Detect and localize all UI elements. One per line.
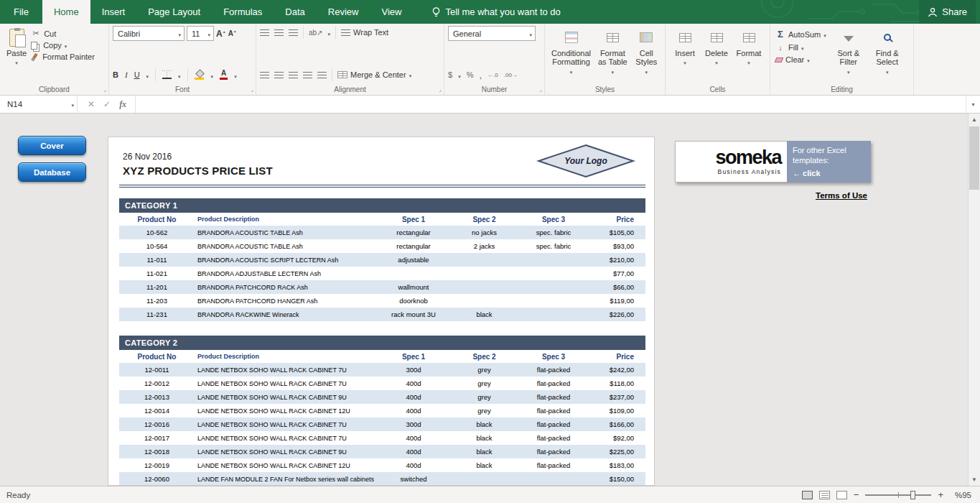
font-size-select[interactable]: 11	[187, 26, 214, 41]
font-color-button[interactable]: A	[220, 70, 228, 80]
comma-style-button[interactable]: ,	[479, 70, 482, 80]
format-painter-icon	[32, 52, 38, 60]
page-break-view-button[interactable]	[836, 491, 847, 499]
delete-cells-button[interactable]: Delete	[701, 26, 732, 83]
font-name-select[interactable]: Calibri	[113, 26, 185, 41]
orientation-button[interactable]: ab↗	[309, 29, 323, 37]
normal-view-button[interactable]	[802, 491, 813, 499]
wrap-text-button[interactable]: Wrap Text	[341, 28, 388, 37]
tab-page-layout[interactable]: Page Layout	[136, 0, 212, 24]
paste-button[interactable]: Paste	[4, 26, 29, 83]
shrink-font-button[interactable]: A	[228, 29, 237, 37]
decrease-decimal-button[interactable]: .00→	[504, 72, 518, 78]
number-dialog-launcher[interactable]: ⌟	[539, 87, 542, 93]
table-row[interactable]: 11-231BRANDORA RACKWINE Winerackrack mou…	[119, 308, 645, 321]
accounting-format-button[interactable]: $	[448, 70, 452, 79]
scroll-up-arrow[interactable]: ▲	[969, 116, 980, 123]
tab-file[interactable]: File	[0, 0, 42, 24]
insert-function-button[interactable]: fx	[119, 99, 126, 110]
bold-button[interactable]: B	[113, 70, 118, 79]
cover-sheet-button[interactable]: Cover	[18, 136, 86, 155]
table-cell: grey	[449, 366, 519, 374]
formula-bar-expand-button[interactable]: ▾	[966, 96, 980, 113]
zoom-in-button[interactable]: +	[938, 489, 943, 500]
paste-dropdown[interactable]	[15, 57, 18, 66]
table-row[interactable]: 11-021BRANDORA ADJUSTABLE LECTERN Ash$77…	[119, 267, 645, 280]
clipboard-dialog-launcher[interactable]: ⌟	[103, 87, 106, 93]
name-box[interactable]: N14	[0, 96, 78, 113]
borders-button[interactable]	[162, 70, 172, 79]
decrease-indent-button[interactable]	[303, 72, 312, 78]
underline-button[interactable]: U	[134, 70, 140, 79]
vertical-scrollbar[interactable]: ▲ ▼	[968, 114, 980, 486]
table-row[interactable]: 10-562BRANDORA ACOUSTIC TABLE Ashrectang…	[119, 226, 645, 239]
find-select-button[interactable]: Find & Select	[869, 26, 905, 83]
clear-button[interactable]: Clear	[775, 55, 826, 64]
table-row[interactable]: 12-0011LANDE NETBOX SOHO WALL RACK CABIN…	[119, 363, 645, 377]
align-center-button[interactable]	[274, 72, 284, 78]
tab-view[interactable]: View	[370, 0, 413, 24]
grow-font-button[interactable]: A	[216, 29, 226, 39]
scroll-down-arrow[interactable]: ▼	[969, 476, 980, 483]
zoom-out-button[interactable]: −	[854, 489, 859, 500]
align-right-button[interactable]	[289, 72, 298, 78]
cell-styles-button[interactable]: Cell Styles	[632, 26, 661, 83]
table-row[interactable]: 11-011BRANDORA ACOUSTIC SCRIPT LECTERN A…	[119, 253, 645, 267]
table-row[interactable]: 11-203BRANDORA PATCHCORD HANGER Ashdoork…	[119, 294, 645, 308]
percent-style-button[interactable]: %	[467, 70, 474, 79]
worksheet[interactable]: Cover Database 26 Nov 2016 XYZ PRODUCTS …	[0, 114, 980, 486]
increase-indent-button[interactable]	[317, 72, 327, 78]
number-format-select[interactable]: General	[448, 26, 536, 41]
table-row[interactable]: 12-0018LANDE NETBOX SOHO WALL RACK CABIN…	[119, 445, 645, 458]
fill-color-button[interactable]	[195, 70, 205, 80]
font-dialog-launcher[interactable]: ⌟	[251, 87, 253, 93]
someka-banner[interactable]: someka Business Analysis For other Excel…	[675, 141, 871, 183]
align-bottom-button[interactable]	[289, 29, 298, 36]
formula-input[interactable]	[136, 96, 966, 113]
table-row[interactable]: 12-0016LANDE NETBOX SOHO WALL RACK CABIN…	[119, 417, 645, 431]
enter-button[interactable]: ✓	[103, 99, 111, 109]
table-row[interactable]: 11-201BRANDORA PATCHCORD RACK Ashwallmou…	[119, 280, 645, 294]
cancel-button[interactable]: ✕	[88, 99, 95, 109]
table-row[interactable]: 12-0017LANDE NETBOX SOHO WALL RACK CABIN…	[119, 431, 645, 445]
someka-promo-box[interactable]: For other Excel templates: ← click	[787, 141, 871, 183]
sort-filter-button[interactable]: Sort & Filter	[831, 26, 867, 83]
increase-decimal-button[interactable]: ←.0	[487, 72, 498, 78]
tab-data[interactable]: Data	[274, 0, 316, 24]
share-button[interactable]: Share	[919, 0, 976, 24]
table-row[interactable]: 12-0013LANDE NETBOX SOHO WALL RACK CABIN…	[119, 390, 645, 404]
align-middle-button[interactable]	[274, 29, 284, 36]
table-row[interactable]: 12-0060LANDE FAN MODULE 2 FAN For Netbox…	[119, 472, 645, 486]
conditional-formatting-button[interactable]: Conditional Formatting	[549, 26, 594, 83]
format-cells-button[interactable]: Format	[732, 26, 765, 83]
zoom-slider-thumb[interactable]	[910, 491, 915, 499]
align-top-button[interactable]	[260, 29, 269, 36]
table-row[interactable]: 10-564BRANDORA ACOUSTIC TABLE Ashrectang…	[119, 239, 645, 253]
fill-button[interactable]: ↓Fill	[775, 43, 826, 52]
cut-button[interactable]: ✂Cut	[31, 29, 95, 38]
autosum-button[interactable]: ΣAutoSum	[775, 29, 826, 40]
zoom-slider[interactable]	[865, 494, 931, 496]
align-left-button[interactable]	[260, 72, 269, 78]
page-layout-view-button[interactable]	[819, 491, 830, 499]
table-row[interactable]: 12-0019LANDE NETBOX SOHO WALL RACK CABIN…	[119, 458, 645, 472]
format-as-table-button[interactable]: Format as Table	[594, 26, 632, 83]
tab-home[interactable]: Home	[42, 0, 90, 24]
database-sheet-button[interactable]: Database	[18, 162, 86, 182]
alignment-dialog-launcher[interactable]: ⌟	[439, 87, 442, 93]
terms-of-use-link[interactable]: Terms of Use	[816, 191, 867, 200]
table-row[interactable]: 12-0012LANDE NETBOX SOHO WALL RACK CABIN…	[119, 377, 645, 390]
tab-formulas[interactable]: Formulas	[212, 0, 274, 24]
format-painter-button[interactable]: Format Painter	[31, 52, 95, 61]
someka-click-link[interactable]: ← click	[793, 168, 865, 178]
insert-cells-button[interactable]: Insert	[669, 26, 701, 83]
merge-center-button[interactable]: Merge & Center	[337, 70, 411, 79]
copy-button[interactable]: Copy	[31, 41, 95, 50]
tell-me-box[interactable]: Tell me what you want to do	[431, 0, 560, 24]
tab-insert[interactable]: Insert	[90, 0, 137, 24]
table-row[interactable]: 12-0014LANDE NETBOX SOHO WALL RACK CABIN…	[119, 404, 645, 417]
tab-review[interactable]: Review	[317, 0, 370, 24]
zoom-level[interactable]: %95	[950, 491, 971, 499]
italic-button[interactable]: I	[125, 70, 128, 79]
scrollbar-thumb[interactable]	[969, 126, 979, 190]
